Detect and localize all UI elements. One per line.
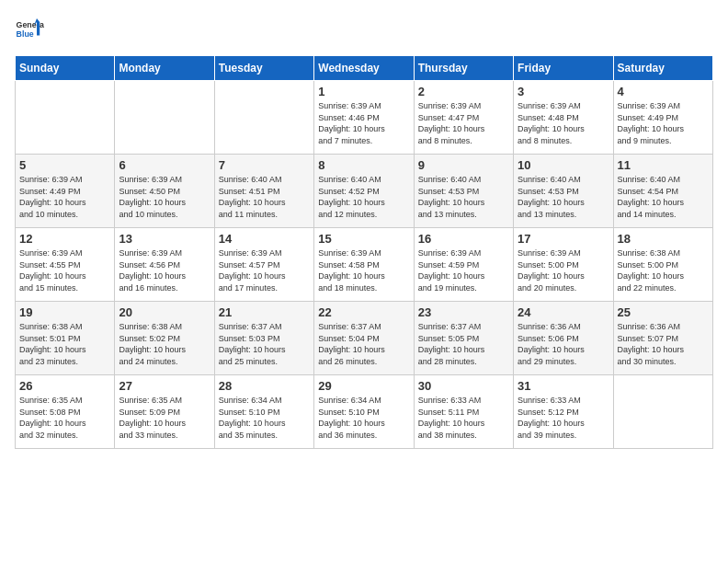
- day-number: 18: [618, 232, 709, 246]
- logo: General Blue: [15, 15, 44, 44]
- day-number: 25: [618, 305, 709, 319]
- day-number: 23: [418, 305, 509, 319]
- week-row-3: 12Sunrise: 6:39 AM Sunset: 4:55 PM Dayli…: [16, 228, 713, 302]
- column-header-tuesday: Tuesday: [214, 56, 313, 81]
- day-cell: [214, 81, 313, 155]
- column-header-wednesday: Wednesday: [314, 56, 414, 81]
- day-info: Sunrise: 6:40 AM Sunset: 4:53 PM Dayligh…: [418, 174, 509, 220]
- day-cell: 27Sunrise: 6:35 AM Sunset: 5:09 PM Dayli…: [115, 375, 214, 449]
- day-number: 22: [318, 305, 409, 319]
- calendar-table: SundayMondayTuesdayWednesdayThursdayFrid…: [15, 55, 713, 449]
- day-number: 8: [318, 158, 409, 172]
- day-info: Sunrise: 6:34 AM Sunset: 5:10 PM Dayligh…: [318, 395, 409, 441]
- day-number: 5: [19, 158, 110, 172]
- day-info: Sunrise: 6:39 AM Sunset: 4:50 PM Dayligh…: [119, 174, 210, 220]
- day-number: 28: [219, 379, 310, 393]
- week-row-2: 5Sunrise: 6:39 AM Sunset: 4:49 PM Daylig…: [16, 155, 713, 228]
- day-info: Sunrise: 6:39 AM Sunset: 4:49 PM Dayligh…: [618, 100, 709, 146]
- day-info: Sunrise: 6:36 AM Sunset: 5:06 PM Dayligh…: [518, 321, 609, 367]
- day-cell: 12Sunrise: 6:39 AM Sunset: 4:55 PM Dayli…: [16, 228, 115, 302]
- day-number: 13: [119, 232, 210, 246]
- day-cell: 30Sunrise: 6:33 AM Sunset: 5:11 PM Dayli…: [414, 375, 513, 449]
- day-header-row: SundayMondayTuesdayWednesdayThursdayFrid…: [16, 56, 713, 81]
- day-cell: 21Sunrise: 6:37 AM Sunset: 5:03 PM Dayli…: [214, 302, 313, 375]
- day-cell: 17Sunrise: 6:39 AM Sunset: 5:00 PM Dayli…: [514, 228, 613, 302]
- day-number: 31: [518, 379, 609, 393]
- day-number: 26: [19, 379, 110, 393]
- day-info: Sunrise: 6:35 AM Sunset: 5:08 PM Dayligh…: [19, 395, 110, 441]
- day-cell: 8Sunrise: 6:40 AM Sunset: 4:52 PM Daylig…: [314, 155, 414, 228]
- day-info: Sunrise: 6:36 AM Sunset: 5:07 PM Dayligh…: [618, 321, 709, 367]
- day-info: Sunrise: 6:40 AM Sunset: 4:53 PM Dayligh…: [518, 174, 609, 220]
- day-number: 14: [219, 232, 310, 246]
- day-info: Sunrise: 6:38 AM Sunset: 5:00 PM Dayligh…: [618, 247, 709, 293]
- day-cell: 28Sunrise: 6:34 AM Sunset: 5:10 PM Dayli…: [214, 375, 313, 449]
- day-info: Sunrise: 6:33 AM Sunset: 5:12 PM Dayligh…: [518, 395, 609, 441]
- day-info: Sunrise: 6:40 AM Sunset: 4:51 PM Dayligh…: [219, 174, 310, 220]
- day-info: Sunrise: 6:38 AM Sunset: 5:02 PM Dayligh…: [119, 321, 210, 367]
- column-header-saturday: Saturday: [613, 56, 712, 81]
- day-info: Sunrise: 6:37 AM Sunset: 5:05 PM Dayligh…: [418, 321, 509, 367]
- day-info: Sunrise: 6:39 AM Sunset: 5:00 PM Dayligh…: [518, 247, 609, 293]
- day-info: Sunrise: 6:39 AM Sunset: 4:56 PM Dayligh…: [119, 247, 210, 293]
- day-cell: 3Sunrise: 6:39 AM Sunset: 4:48 PM Daylig…: [514, 81, 613, 155]
- day-number: 6: [119, 158, 210, 172]
- day-cell: 22Sunrise: 6:37 AM Sunset: 5:04 PM Dayli…: [314, 302, 414, 375]
- day-cell: 10Sunrise: 6:40 AM Sunset: 4:53 PM Dayli…: [514, 155, 613, 228]
- day-number: 24: [518, 305, 609, 319]
- week-row-5: 26Sunrise: 6:35 AM Sunset: 5:08 PM Dayli…: [16, 375, 713, 449]
- day-cell: 25Sunrise: 6:36 AM Sunset: 5:07 PM Dayli…: [613, 302, 712, 375]
- column-header-monday: Monday: [115, 56, 214, 81]
- day-number: 3: [518, 85, 609, 98]
- day-cell: 5Sunrise: 6:39 AM Sunset: 4:49 PM Daylig…: [16, 155, 115, 228]
- day-number: 21: [219, 305, 310, 319]
- day-info: Sunrise: 6:39 AM Sunset: 4:59 PM Dayligh…: [418, 247, 509, 293]
- week-row-1: 1Sunrise: 6:39 AM Sunset: 4:46 PM Daylig…: [16, 81, 713, 155]
- column-header-sunday: Sunday: [16, 56, 115, 81]
- day-info: Sunrise: 6:39 AM Sunset: 4:58 PM Dayligh…: [318, 247, 409, 293]
- day-info: Sunrise: 6:39 AM Sunset: 4:57 PM Dayligh…: [219, 247, 310, 293]
- day-number: 9: [418, 158, 509, 172]
- column-header-thursday: Thursday: [414, 56, 513, 81]
- day-cell: 2Sunrise: 6:39 AM Sunset: 4:47 PM Daylig…: [414, 81, 513, 155]
- day-info: Sunrise: 6:39 AM Sunset: 4:55 PM Dayligh…: [19, 247, 110, 293]
- day-cell: 14Sunrise: 6:39 AM Sunset: 4:57 PM Dayli…: [214, 228, 313, 302]
- day-number: 11: [618, 158, 709, 172]
- day-cell: [16, 81, 115, 155]
- day-cell: 29Sunrise: 6:34 AM Sunset: 5:10 PM Dayli…: [314, 375, 414, 449]
- day-info: Sunrise: 6:34 AM Sunset: 5:10 PM Dayligh…: [219, 395, 310, 441]
- day-info: Sunrise: 6:40 AM Sunset: 4:52 PM Dayligh…: [318, 174, 409, 220]
- day-info: Sunrise: 6:39 AM Sunset: 4:48 PM Dayligh…: [518, 100, 609, 146]
- day-number: 17: [518, 232, 609, 246]
- day-cell: 31Sunrise: 6:33 AM Sunset: 5:12 PM Dayli…: [514, 375, 613, 449]
- day-cell: 24Sunrise: 6:36 AM Sunset: 5:06 PM Dayli…: [514, 302, 613, 375]
- day-cell: 15Sunrise: 6:39 AM Sunset: 4:58 PM Dayli…: [314, 228, 414, 302]
- day-cell: 20Sunrise: 6:38 AM Sunset: 5:02 PM Dayli…: [115, 302, 214, 375]
- day-info: Sunrise: 6:39 AM Sunset: 4:49 PM Dayligh…: [19, 174, 110, 220]
- day-number: 19: [19, 305, 110, 319]
- day-number: 4: [618, 85, 709, 98]
- day-cell: 6Sunrise: 6:39 AM Sunset: 4:50 PM Daylig…: [115, 155, 214, 228]
- day-info: Sunrise: 6:40 AM Sunset: 4:54 PM Dayligh…: [618, 174, 709, 220]
- day-number: 15: [318, 232, 409, 246]
- day-cell: 16Sunrise: 6:39 AM Sunset: 4:59 PM Dayli…: [414, 228, 513, 302]
- day-info: Sunrise: 6:37 AM Sunset: 5:04 PM Dayligh…: [318, 321, 409, 367]
- day-cell: 4Sunrise: 6:39 AM Sunset: 4:49 PM Daylig…: [613, 81, 712, 155]
- week-row-4: 19Sunrise: 6:38 AM Sunset: 5:01 PM Dayli…: [16, 302, 713, 375]
- day-number: 7: [219, 158, 310, 172]
- day-number: 2: [418, 85, 509, 98]
- column-header-friday: Friday: [514, 56, 613, 81]
- page-header: General Blue: [15, 15, 713, 44]
- day-info: Sunrise: 6:38 AM Sunset: 5:01 PM Dayligh…: [19, 321, 110, 367]
- logo-icon: General Blue: [15, 15, 44, 44]
- day-number: 29: [318, 379, 409, 393]
- day-info: Sunrise: 6:39 AM Sunset: 4:46 PM Dayligh…: [318, 100, 409, 146]
- day-cell: 19Sunrise: 6:38 AM Sunset: 5:01 PM Dayli…: [16, 302, 115, 375]
- day-number: 16: [418, 232, 509, 246]
- day-number: 20: [119, 305, 210, 319]
- day-cell: 23Sunrise: 6:37 AM Sunset: 5:05 PM Dayli…: [414, 302, 513, 375]
- day-cell: 7Sunrise: 6:40 AM Sunset: 4:51 PM Daylig…: [214, 155, 313, 228]
- day-cell: [115, 81, 214, 155]
- day-number: 12: [19, 232, 110, 246]
- day-cell: [613, 375, 712, 449]
